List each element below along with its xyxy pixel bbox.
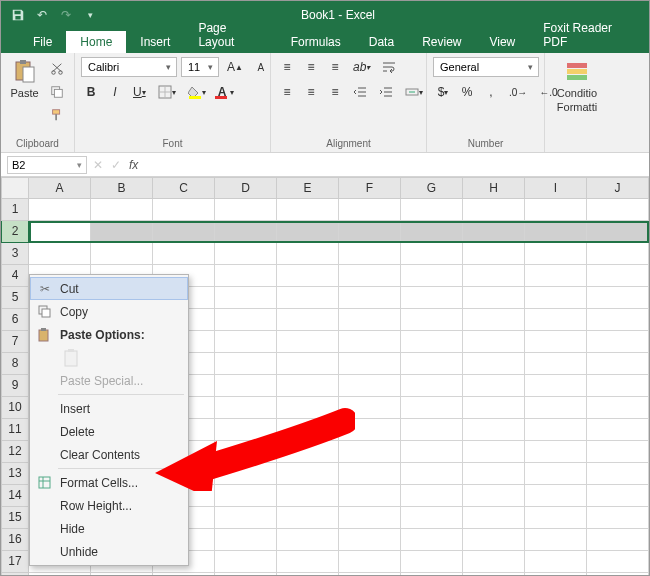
tab-view[interactable]: View	[475, 31, 529, 53]
column-header[interactable]: H	[463, 177, 525, 199]
align-middle-icon[interactable]: ≡	[301, 57, 321, 77]
ctx-delete[interactable]: Delete	[30, 420, 188, 443]
increase-font-icon[interactable]: A▲	[223, 57, 247, 77]
ctx-hide[interactable]: Hide	[30, 517, 188, 540]
cell[interactable]	[525, 353, 587, 375]
font-size-combo[interactable]: 11▾	[181, 57, 219, 77]
cell[interactable]	[525, 419, 587, 441]
font-color-button[interactable]: A▾	[214, 82, 239, 102]
font-name-combo[interactable]: Calibri▾	[81, 57, 177, 77]
align-left-icon[interactable]: ≡	[277, 82, 297, 102]
cell[interactable]	[339, 441, 401, 463]
cell[interactable]	[215, 441, 277, 463]
select-all-corner[interactable]	[1, 177, 29, 199]
cell[interactable]	[463, 331, 525, 353]
column-header[interactable]: F	[339, 177, 401, 199]
cell[interactable]	[339, 551, 401, 573]
cell[interactable]	[277, 529, 339, 551]
cell[interactable]	[29, 243, 91, 265]
enter-formula-icon[interactable]: ✓	[111, 158, 121, 172]
align-bottom-icon[interactable]: ≡	[325, 57, 345, 77]
decrease-font-icon[interactable]: A	[251, 57, 271, 77]
cell[interactable]	[401, 551, 463, 573]
cell[interactable]	[587, 309, 649, 331]
cell[interactable]	[525, 507, 587, 529]
cell[interactable]	[463, 221, 525, 243]
cell[interactable]	[339, 221, 401, 243]
undo-icon[interactable]: ↶	[33, 6, 51, 24]
row-header[interactable]: 17	[1, 551, 29, 573]
cell[interactable]	[277, 265, 339, 287]
row-header[interactable]: 14	[1, 485, 29, 507]
cell[interactable]	[277, 353, 339, 375]
cell[interactable]	[463, 353, 525, 375]
cell[interactable]	[277, 463, 339, 485]
cell[interactable]	[339, 287, 401, 309]
cell[interactable]	[401, 353, 463, 375]
cell[interactable]	[463, 551, 525, 573]
cell[interactable]	[339, 397, 401, 419]
cell[interactable]	[91, 221, 153, 243]
cell[interactable]	[339, 331, 401, 353]
cell[interactable]	[215, 309, 277, 331]
cell[interactable]	[587, 507, 649, 529]
cell[interactable]	[401, 419, 463, 441]
ctx-unhide[interactable]: Unhide	[30, 540, 188, 563]
cell[interactable]	[401, 375, 463, 397]
increase-indent-icon[interactable]	[375, 82, 397, 102]
cell[interactable]	[277, 331, 339, 353]
row-header[interactable]: 2	[1, 221, 29, 243]
cell[interactable]	[215, 353, 277, 375]
cell[interactable]	[525, 375, 587, 397]
cell[interactable]	[587, 287, 649, 309]
qat-dropdown-icon[interactable]: ▾	[81, 6, 99, 24]
cell[interactable]	[525, 199, 587, 221]
row-header[interactable]: 10	[1, 397, 29, 419]
tab-home[interactable]: Home	[66, 31, 126, 53]
row-header[interactable]: 12	[1, 441, 29, 463]
cell[interactable]	[587, 485, 649, 507]
cell[interactable]	[91, 243, 153, 265]
column-header[interactable]: G	[401, 177, 463, 199]
cell[interactable]	[401, 507, 463, 529]
cell[interactable]	[463, 265, 525, 287]
tab-file[interactable]: File	[19, 31, 66, 53]
bold-button[interactable]: B	[81, 82, 101, 102]
cell[interactable]	[339, 199, 401, 221]
cell[interactable]	[463, 199, 525, 221]
cell[interactable]	[215, 287, 277, 309]
align-top-icon[interactable]: ≡	[277, 57, 297, 77]
cell[interactable]	[153, 199, 215, 221]
cell[interactable]	[277, 441, 339, 463]
wrap-text-icon[interactable]	[378, 57, 400, 77]
cell[interactable]	[525, 397, 587, 419]
cell[interactable]	[587, 551, 649, 573]
cell[interactable]	[215, 463, 277, 485]
tab-data[interactable]: Data	[355, 31, 408, 53]
copy-button[interactable]	[46, 82, 68, 102]
paste-button[interactable]: Paste	[7, 57, 42, 99]
ctx-row-height[interactable]: Row Height...	[30, 494, 188, 517]
cell[interactable]	[29, 199, 91, 221]
cell[interactable]	[339, 507, 401, 529]
cell[interactable]	[525, 221, 587, 243]
tab-insert[interactable]: Insert	[126, 31, 184, 53]
cell[interactable]	[587, 441, 649, 463]
cell[interactable]	[463, 243, 525, 265]
cell[interactable]	[587, 243, 649, 265]
cell[interactable]	[277, 221, 339, 243]
cell[interactable]	[215, 199, 277, 221]
row-header[interactable]: 16	[1, 529, 29, 551]
cell[interactable]	[463, 507, 525, 529]
cell[interactable]	[401, 331, 463, 353]
cell[interactable]	[215, 507, 277, 529]
ctx-insert[interactable]: Insert	[30, 397, 188, 420]
cell[interactable]	[215, 529, 277, 551]
cell[interactable]	[525, 243, 587, 265]
borders-button[interactable]: ▾	[154, 82, 180, 102]
tab-page-layout[interactable]: Page Layout	[184, 17, 276, 53]
cell[interactable]	[277, 397, 339, 419]
cell[interactable]	[215, 419, 277, 441]
ctx-paste-default[interactable]	[30, 346, 188, 369]
cell[interactable]	[215, 485, 277, 507]
